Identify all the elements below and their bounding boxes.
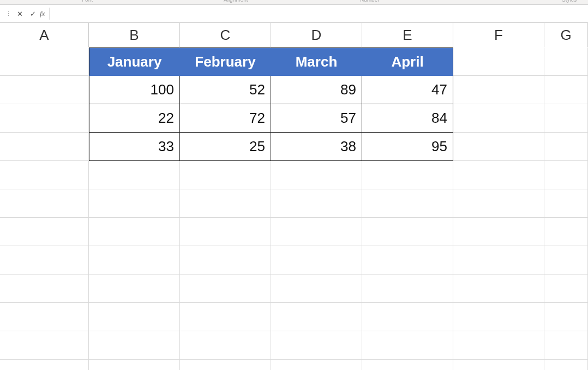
cell-F1[interactable] xyxy=(453,47,544,76)
cell-E6[interactable] xyxy=(362,189,453,218)
cell-D3[interactable]: 57 xyxy=(271,104,362,133)
cell-C1[interactable]: February xyxy=(180,47,271,76)
cell-B3[interactable]: 22 xyxy=(89,104,180,133)
cell-D9[interactable] xyxy=(271,274,362,303)
col-header-D[interactable]: D xyxy=(271,23,362,47)
cell-C9[interactable] xyxy=(180,274,271,303)
cell-E2[interactable]: 47 xyxy=(362,76,453,104)
col-header-G[interactable]: G xyxy=(544,23,588,47)
cell-A10[interactable] xyxy=(0,303,89,331)
cell-F2[interactable] xyxy=(453,76,544,104)
cell-C8[interactable] xyxy=(180,246,271,274)
cell-F6[interactable] xyxy=(453,189,544,218)
cell-A5[interactable] xyxy=(0,161,89,189)
cell-D8[interactable] xyxy=(271,246,362,274)
cell-E7[interactable] xyxy=(362,218,453,246)
cell-G11[interactable] xyxy=(544,331,588,360)
cell-E4[interactable]: 95 xyxy=(362,133,453,161)
cell-G6[interactable] xyxy=(544,189,588,218)
cell-G4[interactable] xyxy=(544,133,588,161)
cell-G5[interactable] xyxy=(544,161,588,189)
row-6 xyxy=(0,189,588,218)
cell-C3[interactable]: 72 xyxy=(180,104,271,133)
ribbon-sliver: Font Alignment Number Styles xyxy=(0,0,588,5)
cell-D10[interactable] xyxy=(271,303,362,331)
cell-F3[interactable] xyxy=(453,104,544,133)
cell-D5[interactable] xyxy=(271,161,362,189)
cell-C5[interactable] xyxy=(180,161,271,189)
cell-E1[interactable]: April xyxy=(362,47,453,76)
cell-A1[interactable] xyxy=(0,47,89,76)
cell-A9[interactable] xyxy=(0,274,89,303)
cell-B5[interactable] xyxy=(89,161,180,189)
cell-G7[interactable] xyxy=(544,218,588,246)
cell-F10[interactable] xyxy=(453,303,544,331)
cell-C4[interactable]: 25 xyxy=(180,133,271,161)
cell-C6[interactable] xyxy=(180,189,271,218)
cell-B10[interactable] xyxy=(89,303,180,331)
cell-G9[interactable] xyxy=(544,274,588,303)
fx-icon[interactable]: fx xyxy=(40,9,45,18)
cell-G1[interactable] xyxy=(544,47,588,76)
cell-B6[interactable] xyxy=(89,189,180,218)
cell-C10[interactable] xyxy=(180,303,271,331)
cancel-button[interactable]: ✕ xyxy=(14,8,26,20)
accept-button[interactable]: ✓ xyxy=(27,8,39,20)
cell-D11[interactable] xyxy=(271,331,362,360)
cell-D6[interactable] xyxy=(271,189,362,218)
cell-E8[interactable] xyxy=(362,246,453,274)
cell-F4[interactable] xyxy=(453,133,544,161)
cell-F12[interactable] xyxy=(453,360,544,370)
cell-B11[interactable] xyxy=(89,331,180,360)
col-header-B[interactable]: B xyxy=(89,23,180,47)
cell-A2[interactable] xyxy=(0,76,89,104)
cell-G3[interactable] xyxy=(544,104,588,133)
cell-C2[interactable]: 52 xyxy=(180,76,271,104)
cell-B7[interactable] xyxy=(89,218,180,246)
cell-D7[interactable] xyxy=(271,218,362,246)
cell-G8[interactable] xyxy=(544,246,588,274)
formula-input[interactable] xyxy=(49,8,588,20)
cell-B9[interactable] xyxy=(89,274,180,303)
col-header-E[interactable]: E xyxy=(362,23,453,47)
cell-E9[interactable] xyxy=(362,274,453,303)
cell-C7[interactable] xyxy=(180,218,271,246)
cell-A7[interactable] xyxy=(0,218,89,246)
cell-F8[interactable] xyxy=(453,246,544,274)
cell-A4[interactable] xyxy=(0,133,89,161)
cell-B1[interactable]: January xyxy=(89,47,180,76)
col-header-C[interactable]: C xyxy=(180,23,271,47)
cell-C11[interactable] xyxy=(180,331,271,360)
cell-B2[interactable]: 100 xyxy=(89,76,180,104)
cell-A11[interactable] xyxy=(0,331,89,360)
cell-A12[interactable] xyxy=(0,360,89,370)
cell-B12[interactable] xyxy=(89,360,180,370)
cell-E10[interactable] xyxy=(362,303,453,331)
cell-F7[interactable] xyxy=(453,218,544,246)
cell-G10[interactable] xyxy=(544,303,588,331)
row-4: 33 25 38 95 xyxy=(0,133,588,161)
col-header-A[interactable]: A xyxy=(0,23,89,47)
cell-A8[interactable] xyxy=(0,246,89,274)
cell-E11[interactable] xyxy=(362,331,453,360)
cell-E3[interactable]: 84 xyxy=(362,104,453,133)
cell-G2[interactable] xyxy=(544,76,588,104)
cell-F9[interactable] xyxy=(453,274,544,303)
cell-B8[interactable] xyxy=(89,246,180,274)
cell-A6[interactable] xyxy=(0,189,89,218)
cell-E12[interactable] xyxy=(362,360,453,370)
cell-B4[interactable]: 33 xyxy=(89,133,180,161)
cell-D4[interactable]: 38 xyxy=(271,133,362,161)
cell-D2[interactable]: 89 xyxy=(271,76,362,104)
ribbon-group-alignment: Alignment xyxy=(224,0,248,3)
cell-G12[interactable] xyxy=(544,360,588,370)
cell-E5[interactable] xyxy=(362,161,453,189)
cell-F5[interactable] xyxy=(453,161,544,189)
cell-F11[interactable] xyxy=(453,331,544,360)
col-header-F[interactable]: F xyxy=(453,23,544,47)
cell-D1[interactable]: March xyxy=(271,47,362,76)
cell-D12[interactable] xyxy=(271,360,362,370)
check-icon: ✓ xyxy=(30,10,36,18)
cell-C12[interactable] xyxy=(180,360,271,370)
cell-A3[interactable] xyxy=(0,104,89,133)
